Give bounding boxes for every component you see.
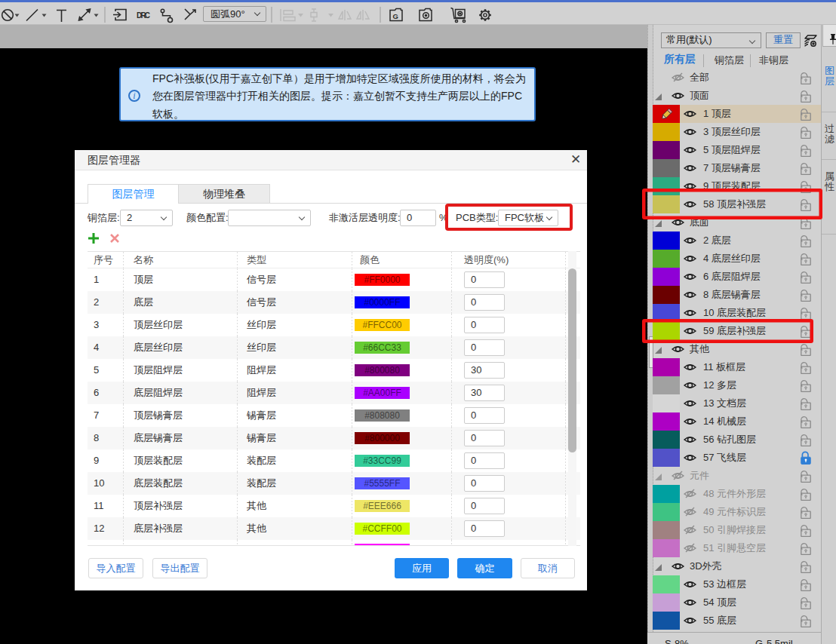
svg-text:DRC: DRC — [137, 11, 150, 20]
svg-text:G: G — [393, 12, 398, 20]
